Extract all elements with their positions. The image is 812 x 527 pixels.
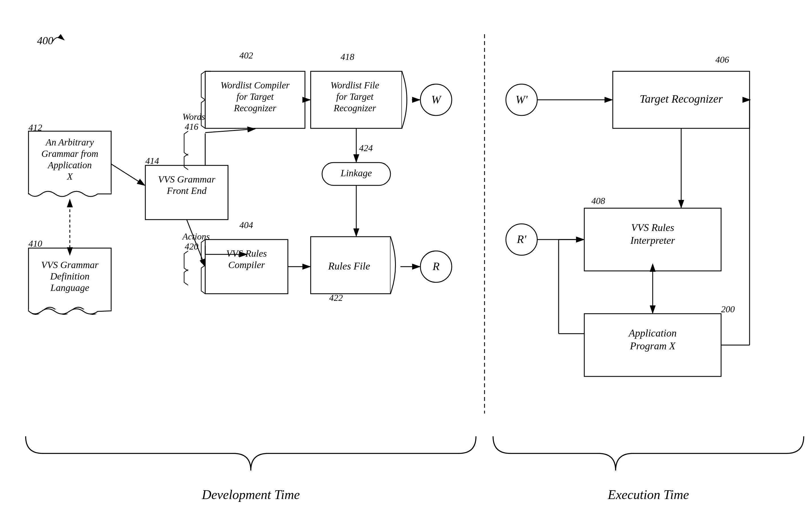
vvs-rules-compiler-box: VVS Rules Compiler	[201, 240, 288, 294]
svg-text:Definition: Definition	[50, 271, 89, 282]
w-label: W	[431, 93, 442, 106]
svg-line-17	[111, 164, 145, 185]
svg-text:Rules File: Rules File	[328, 260, 370, 272]
num-418: 418	[340, 52, 354, 62]
num-412: 412	[29, 122, 42, 133]
svg-text:Program X: Program X	[629, 340, 676, 352]
wordlist-compiler-box: Wordlist Compiler for Target Recognizer	[201, 71, 305, 128]
words-label: Words	[183, 112, 205, 122]
svg-text:Interpreter: Interpreter	[630, 235, 676, 246]
application-program-box: Application Program X	[584, 314, 721, 376]
svg-text:Front End: Front End	[166, 185, 207, 196]
num-410: 410	[29, 238, 42, 249]
svg-text:Recognizer: Recognizer	[234, 103, 276, 113]
svg-text:Language: Language	[50, 282, 89, 293]
svg-text:Compiler: Compiler	[228, 259, 265, 270]
svg-text:An Arbitrary: An Arbitrary	[45, 137, 94, 147]
r-label: R	[432, 260, 439, 273]
vvs-rules-interpreter-box: VVS Rules Interpreter	[584, 208, 721, 271]
wordlist-file-box: Wordlist File for Target Recognizer	[311, 71, 407, 128]
figure-number: 400	[37, 34, 53, 46]
svg-text:for Target: for Target	[336, 91, 374, 102]
num-420: 420	[185, 241, 198, 252]
svg-text:VVS Rules: VVS Rules	[631, 222, 675, 233]
num-402: 402	[240, 50, 253, 60]
svg-text:X: X	[67, 171, 73, 182]
num-408: 408	[591, 196, 605, 206]
num-422: 422	[329, 293, 343, 303]
svg-text:Target Recognizer: Target Recognizer	[640, 92, 723, 105]
svg-text:Wordlist Compiler: Wordlist Compiler	[221, 80, 290, 90]
num-406: 406	[715, 55, 729, 65]
w-prime-label: W'	[516, 93, 528, 106]
svg-text:VVS Grammar: VVS Grammar	[41, 259, 99, 270]
arbitrary-grammar-box: An Arbitrary Grammar from Application X	[29, 131, 111, 197]
num-404: 404	[240, 220, 253, 230]
actions-label: Actions	[182, 231, 210, 242]
vvs-grammar-def-box: VVS Grammar Definition Language	[29, 248, 111, 315]
svg-text:Linkage: Linkage	[340, 168, 372, 178]
linkage-box: Linkage	[322, 162, 390, 185]
svg-text:Application: Application	[628, 327, 677, 339]
svg-text:VVS Grammar: VVS Grammar	[158, 174, 216, 185]
execution-time-label: Execution Time	[608, 487, 689, 502]
num-424: 424	[359, 143, 373, 153]
svg-line-22	[205, 129, 255, 133]
num-414: 414	[145, 156, 159, 166]
diagram: 400 VVS Grammar Definition Language 410 …	[0, 0, 812, 527]
num-200: 200	[721, 304, 735, 314]
num-416: 416	[185, 122, 198, 132]
vvs-grammar-frontend-box: VVS Grammar Front End	[145, 166, 228, 219]
development-time-label: Development Time	[202, 487, 300, 502]
target-recognizer-box: Target Recognizer	[613, 71, 750, 128]
r-prime-label: R'	[517, 233, 527, 245]
svg-text:Wordlist File: Wordlist File	[331, 80, 379, 90]
svg-text:VVS Rules: VVS Rules	[226, 248, 267, 259]
rules-file-box: Rules File	[311, 237, 396, 294]
svg-text:Recognizer: Recognizer	[333, 103, 376, 113]
svg-text:Application: Application	[47, 160, 92, 170]
svg-text:for Target: for Target	[236, 91, 274, 102]
svg-text:Grammar from: Grammar from	[41, 148, 98, 159]
